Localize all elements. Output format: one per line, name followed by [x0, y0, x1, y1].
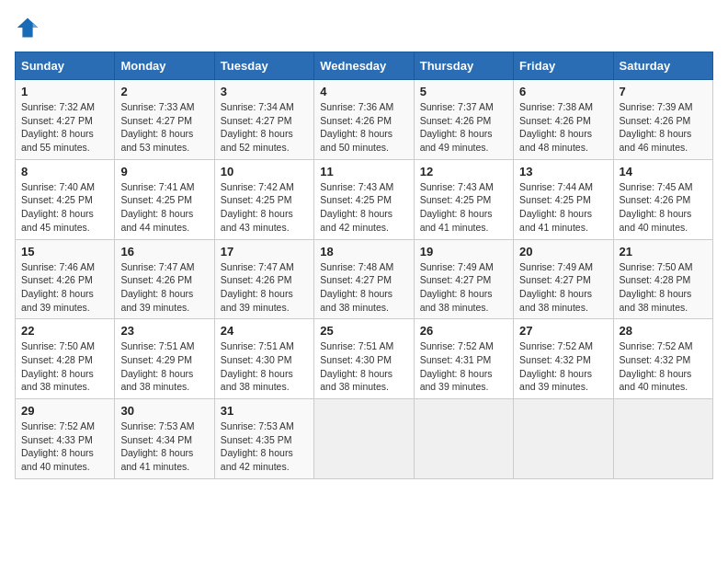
day-number: 25	[320, 324, 407, 338]
day-info: Sunrise: 7:50 AM Sunset: 4:28 PM Dayligh…	[620, 260, 707, 315]
calendar-cell	[414, 399, 513, 479]
column-header-thursday: Thursday	[414, 52, 513, 80]
calendar-week-2: 8 Sunrise: 7:40 AM Sunset: 4:25 PM Dayli…	[16, 159, 713, 239]
day-info: Sunrise: 7:51 AM Sunset: 4:29 PM Dayligh…	[120, 339, 208, 394]
column-header-friday: Friday	[514, 52, 613, 80]
day-number: 8	[21, 165, 108, 178]
day-info: Sunrise: 7:41 AM Sunset: 4:25 PM Dayligh…	[120, 180, 208, 235]
calendar-cell: 17 Sunrise: 7:47 AM Sunset: 4:26 PM Dayl…	[214, 239, 313, 319]
day-info: Sunrise: 7:48 AM Sunset: 4:27 PM Dayligh…	[320, 260, 407, 315]
day-number: 2	[120, 85, 208, 98]
day-info: Sunrise: 7:45 AM Sunset: 4:26 PM Dayligh…	[620, 180, 707, 235]
calendar-week-3: 15 Sunrise: 7:46 AM Sunset: 4:26 PM Dayl…	[16, 239, 713, 319]
day-info: Sunrise: 7:53 AM Sunset: 4:35 PM Dayligh…	[221, 419, 308, 474]
day-number: 17	[221, 245, 308, 259]
calendar-cell: 18 Sunrise: 7:48 AM Sunset: 4:27 PM Dayl…	[314, 239, 414, 319]
day-info: Sunrise: 7:52 AM Sunset: 4:32 PM Dayligh…	[620, 339, 707, 394]
day-info: Sunrise: 7:32 AM Sunset: 4:27 PM Dayligh…	[21, 100, 108, 155]
day-info: Sunrise: 7:36 AM Sunset: 4:26 PM Dayligh…	[320, 100, 407, 155]
calendar-cell: 24 Sunrise: 7:51 AM Sunset: 4:30 PM Dayl…	[214, 319, 313, 399]
day-info: Sunrise: 7:50 AM Sunset: 4:28 PM Dayligh…	[21, 339, 108, 394]
day-info: Sunrise: 7:53 AM Sunset: 4:34 PM Dayligh…	[120, 419, 208, 474]
calendar-week-5: 29 Sunrise: 7:52 AM Sunset: 4:33 PM Dayl…	[16, 399, 713, 479]
calendar-cell: 29 Sunrise: 7:52 AM Sunset: 4:33 PM Dayl…	[16, 399, 115, 479]
calendar-cell: 20 Sunrise: 7:49 AM Sunset: 4:27 PM Dayl…	[514, 239, 613, 319]
calendar-cell: 19 Sunrise: 7:49 AM Sunset: 4:27 PM Dayl…	[414, 239, 513, 319]
calendar-cell: 10 Sunrise: 7:42 AM Sunset: 4:25 PM Dayl…	[214, 159, 313, 239]
day-number: 22	[21, 324, 108, 338]
day-info: Sunrise: 7:47 AM Sunset: 4:26 PM Dayligh…	[221, 260, 308, 315]
day-info: Sunrise: 7:51 AM Sunset: 4:30 PM Dayligh…	[320, 339, 407, 394]
day-info: Sunrise: 7:49 AM Sunset: 4:27 PM Dayligh…	[519, 260, 607, 315]
day-number: 13	[519, 165, 607, 178]
svg-marker-1	[33, 22, 39, 28]
day-info: Sunrise: 7:51 AM Sunset: 4:30 PM Dayligh…	[221, 339, 308, 394]
column-header-sunday: Sunday	[16, 52, 115, 80]
calendar-week-4: 22 Sunrise: 7:50 AM Sunset: 4:28 PM Dayl…	[16, 319, 713, 399]
day-info: Sunrise: 7:34 AM Sunset: 4:27 PM Dayligh…	[221, 100, 308, 155]
calendar-cell: 8 Sunrise: 7:40 AM Sunset: 4:25 PM Dayli…	[16, 159, 115, 239]
day-info: Sunrise: 7:52 AM Sunset: 4:31 PM Dayligh…	[420, 339, 507, 394]
day-number: 12	[420, 165, 507, 178]
day-number: 9	[120, 165, 208, 178]
calendar-cell: 9 Sunrise: 7:41 AM Sunset: 4:25 PM Dayli…	[115, 159, 214, 239]
day-info: Sunrise: 7:38 AM Sunset: 4:26 PM Dayligh…	[519, 100, 607, 155]
column-header-wednesday: Wednesday	[314, 52, 414, 80]
column-header-monday: Monday	[115, 52, 214, 80]
calendar-cell: 3 Sunrise: 7:34 AM Sunset: 4:27 PM Dayli…	[214, 80, 313, 160]
day-info: Sunrise: 7:33 AM Sunset: 4:27 PM Dayligh…	[120, 100, 208, 155]
day-number: 14	[620, 165, 707, 178]
day-number: 19	[420, 245, 507, 259]
calendar-cell: 15 Sunrise: 7:46 AM Sunset: 4:26 PM Dayl…	[16, 239, 115, 319]
calendar-header-row: SundayMondayTuesdayWednesdayThursdayFrid…	[16, 52, 713, 80]
calendar-cell: 2 Sunrise: 7:33 AM Sunset: 4:27 PM Dayli…	[115, 80, 214, 160]
calendar-cell: 1 Sunrise: 7:32 AM Sunset: 4:27 PM Dayli…	[16, 80, 115, 160]
calendar-cell: 13 Sunrise: 7:44 AM Sunset: 4:25 PM Dayl…	[514, 159, 613, 239]
day-info: Sunrise: 7:47 AM Sunset: 4:26 PM Dayligh…	[120, 260, 208, 315]
day-number: 28	[620, 324, 707, 338]
day-info: Sunrise: 7:43 AM Sunset: 4:25 PM Dayligh…	[320, 180, 407, 235]
day-info: Sunrise: 7:42 AM Sunset: 4:25 PM Dayligh…	[221, 180, 308, 235]
calendar-cell: 27 Sunrise: 7:52 AM Sunset: 4:32 PM Dayl…	[514, 319, 613, 399]
day-number: 15	[21, 245, 108, 259]
day-number: 21	[620, 245, 707, 259]
logo	[15, 15, 44, 40]
calendar-cell: 22 Sunrise: 7:50 AM Sunset: 4:28 PM Dayl…	[16, 319, 115, 399]
calendar-cell: 31 Sunrise: 7:53 AM Sunset: 4:35 PM Dayl…	[214, 399, 313, 479]
logo-icon	[15, 15, 40, 40]
calendar-cell: 26 Sunrise: 7:52 AM Sunset: 4:31 PM Dayl…	[414, 319, 513, 399]
calendar-cell	[613, 399, 712, 479]
day-number: 5	[420, 85, 507, 98]
calendar-cell	[314, 399, 414, 479]
day-number: 26	[420, 324, 507, 338]
calendar-cell: 7 Sunrise: 7:39 AM Sunset: 4:26 PM Dayli…	[613, 80, 712, 160]
calendar-cell: 14 Sunrise: 7:45 AM Sunset: 4:26 PM Dayl…	[613, 159, 712, 239]
day-number: 23	[120, 324, 208, 338]
day-info: Sunrise: 7:46 AM Sunset: 4:26 PM Dayligh…	[21, 260, 108, 315]
day-number: 24	[221, 324, 308, 338]
day-number: 29	[21, 404, 108, 418]
calendar-week-1: 1 Sunrise: 7:32 AM Sunset: 4:27 PM Dayli…	[16, 80, 713, 160]
calendar-cell: 23 Sunrise: 7:51 AM Sunset: 4:29 PM Dayl…	[115, 319, 214, 399]
day-info: Sunrise: 7:39 AM Sunset: 4:26 PM Dayligh…	[620, 100, 707, 155]
day-info: Sunrise: 7:49 AM Sunset: 4:27 PM Dayligh…	[420, 260, 507, 315]
day-number: 30	[120, 404, 208, 418]
calendar-cell: 30 Sunrise: 7:53 AM Sunset: 4:34 PM Dayl…	[115, 399, 214, 479]
calendar-cell: 28 Sunrise: 7:52 AM Sunset: 4:32 PM Dayl…	[613, 319, 712, 399]
page-header	[15, 15, 713, 40]
day-number: 31	[221, 404, 308, 418]
day-number: 10	[221, 165, 308, 178]
calendar-cell	[514, 399, 613, 479]
day-info: Sunrise: 7:52 AM Sunset: 4:32 PM Dayligh…	[519, 339, 607, 394]
day-number: 18	[320, 245, 407, 259]
day-number: 3	[221, 85, 308, 98]
calendar-cell: 6 Sunrise: 7:38 AM Sunset: 4:26 PM Dayli…	[514, 80, 613, 160]
day-number: 7	[620, 85, 707, 98]
column-header-saturday: Saturday	[613, 52, 712, 80]
day-number: 16	[120, 245, 208, 259]
calendar-cell: 4 Sunrise: 7:36 AM Sunset: 4:26 PM Dayli…	[314, 80, 414, 160]
day-number: 6	[519, 85, 607, 98]
day-info: Sunrise: 7:37 AM Sunset: 4:26 PM Dayligh…	[420, 100, 507, 155]
calendar-cell: 5 Sunrise: 7:37 AM Sunset: 4:26 PM Dayli…	[414, 80, 513, 160]
day-info: Sunrise: 7:40 AM Sunset: 4:25 PM Dayligh…	[21, 180, 108, 235]
